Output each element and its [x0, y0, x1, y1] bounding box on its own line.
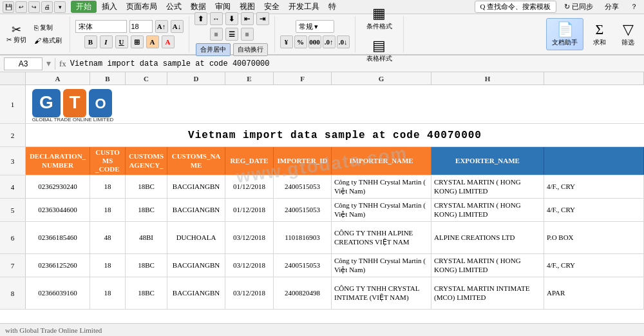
kaishi-menu[interactable]: 开始 [71, 1, 97, 13]
print-icon[interactable]: 🖨 [41, 1, 53, 13]
font-decrease-btn[interactable]: A↓ [171, 20, 184, 33]
cell-name-6[interactable]: DUCHOALA [167, 222, 225, 253]
cell-extra-4[interactable]: 4/F., CRY [544, 175, 644, 198]
cell-name-4[interactable]: BACGIANGBN [167, 175, 225, 198]
share-btn[interactable]: 分享 [601, 1, 623, 13]
cell-name-7[interactable]: BACGIANGBN [167, 254, 225, 277]
search-command[interactable]: Q 查找命令、搜索模板 [475, 1, 557, 13]
border-button[interactable]: ⊞ [131, 35, 144, 48]
align-center-btn[interactable]: ☰ [225, 28, 238, 41]
cell-decl-5[interactable]: 02363044600 [26, 199, 90, 221]
cell-extra-7[interactable]: 4/F., CRY [544, 254, 644, 277]
cell-impid-6[interactable]: 1101816903 [274, 222, 332, 253]
cell-impname-5[interactable]: Công ty TNHH Crystal Martin ( Việt Nam) [332, 199, 431, 221]
help-icon[interactable]: ？ [627, 1, 641, 13]
cell-impname-8[interactable]: CÔNG TY TNHH CRYSTAL INTIMATE (VIỆT NAM) [332, 277, 431, 309]
cell-code-7[interactable]: 18 [90, 254, 126, 277]
cell-decl-4[interactable]: 02362930240 [26, 175, 90, 198]
cell-extra-6[interactable]: P.O BOX [544, 222, 644, 253]
decimal-increase-btn[interactable]: .0↑ [323, 35, 336, 48]
align-middle-btn[interactable]: ↔ [210, 12, 223, 25]
copy-button[interactable]: ⎘ 复制 [32, 22, 64, 34]
font-size-input[interactable] [129, 20, 153, 33]
merge-button[interactable]: 合并居中 [196, 43, 231, 56]
cell-date-7[interactable]: 03/12/2018 [225, 254, 274, 277]
decimal-decrease-btn[interactable]: .0↓ [337, 35, 350, 48]
number-format-dropdown[interactable]: 常规 ▾ [296, 20, 334, 33]
devtools-menu[interactable]: 开发工具 [285, 0, 323, 14]
align-top-btn[interactable]: ⬆ [194, 12, 207, 25]
cell-reference-input[interactable] [4, 57, 43, 70]
cell-impid-8[interactable]: 2400820498 [274, 277, 332, 309]
align-bottom-btn[interactable]: ⬇ [225, 12, 238, 25]
cell-agency-5[interactable]: 18BC [126, 199, 167, 221]
pagelayout-menu[interactable]: 页面布局 [122, 0, 161, 14]
cell-extra-8[interactable]: APAR [544, 277, 644, 309]
cond-format-button[interactable]: ▦ 条件格式 [361, 2, 398, 34]
cell-date-4[interactable]: 01/12/2018 [225, 175, 274, 198]
format-copy-button[interactable]: 🖌 格式刷 [32, 35, 64, 46]
cell-code-8[interactable]: 18 [90, 277, 126, 309]
cell-code-6[interactable]: 48 [90, 222, 126, 253]
cell-agency-4[interactable]: 18BC [126, 175, 167, 198]
cell-code-5[interactable]: 18 [90, 199, 126, 221]
cell-decl-6[interactable]: 02366185460 [26, 222, 90, 253]
font-name-input[interactable] [75, 20, 127, 33]
cell-expname-7[interactable]: CRYSTAL MARTIN ( HONG KONG) LIMITED [431, 254, 544, 277]
cell-date-5[interactable]: 01/12/2018 [225, 199, 274, 221]
thousands-btn[interactable]: 000 [308, 35, 321, 48]
save-icon[interactable]: 💾 [3, 1, 14, 13]
view-menu[interactable]: 视图 [236, 0, 259, 14]
cell-name-8[interactable]: BACGIANGBN [167, 277, 225, 309]
cell-date-6[interactable]: 03/12/2018 [225, 222, 274, 253]
security-menu[interactable]: 安全 [260, 0, 283, 14]
align-left-btn[interactable]: ≡ [210, 28, 223, 41]
indent-decrease-btn[interactable]: ⇤ [241, 12, 254, 25]
filter-button[interactable]: ▽ 筛选 [616, 18, 640, 50]
menu-extra[interactable]: ▾ [54, 1, 66, 13]
italic-button[interactable]: I [100, 35, 113, 48]
cell-A2-title[interactable]: Vietnam import data sample at code 40070… [26, 124, 644, 146]
cell-expname-4[interactable]: CRYSTAL MARTIN ( HONG KONG) LIMITED [431, 175, 544, 198]
cell-agency-6[interactable]: 48BI [126, 222, 167, 253]
cell-A1[interactable]: G T O GLOBAL TRADE ONLINE LIMITED [26, 85, 316, 123]
cell-date-8[interactable]: 03/12/2018 [225, 277, 274, 309]
special-menu[interactable]: 特 [325, 0, 340, 14]
cell-name-5[interactable]: BACGIANGBN [167, 199, 225, 221]
currency-btn[interactable]: ¥ [280, 35, 293, 48]
underline-button[interactable]: U [115, 35, 128, 48]
font-increase-btn[interactable]: A↑ [155, 20, 168, 33]
cell-impname-6[interactable]: CÔNG TY TNHH ALPINE CREATIONS VIỆT NAM [332, 222, 431, 253]
bold-button[interactable]: B [84, 35, 97, 48]
sum-button[interactable]: Σ 求和 [587, 18, 612, 50]
wrap-button[interactable]: 自动换行 [233, 43, 268, 56]
doc-assist-button[interactable]: 📄 文档助手 [546, 18, 583, 50]
percent-btn[interactable]: % [294, 35, 307, 48]
cell-impname-4[interactable]: Công ty TNHH Crystal Martin ( Việt Nam) [332, 175, 431, 198]
cell-expname-8[interactable]: CRYSTAL MARTIN INTIMATE (MCO) LIMITED [431, 277, 544, 309]
sync-icon[interactable]: ↻ 已同步 [560, 1, 597, 13]
cell-agency-8[interactable]: 18BC [126, 277, 167, 309]
cell-impname-7[interactable]: Công ty TNHH Crystal Martin ( Việt Nam) [332, 254, 431, 277]
cell-agency-7[interactable]: 18BC [126, 254, 167, 277]
cell-expname-5[interactable]: CRYSTAL MARTIN ( HONG KONG) LIMITED [431, 199, 544, 221]
cell-decl-7[interactable]: 02366125260 [26, 254, 90, 277]
redo-icon[interactable]: ↪ [28, 1, 40, 13]
align-right-btn[interactable]: ≡ [241, 28, 254, 41]
cell-decl-8[interactable]: 02366039160 [26, 277, 90, 309]
cut-button[interactable]: ✂ ✂ 剪切 [4, 23, 29, 46]
font-color-button[interactable]: A [162, 35, 175, 48]
cell-impid-7[interactable]: 2400515053 [274, 254, 332, 277]
cell-expname-6[interactable]: ALPINE CREATIONS LTD [431, 222, 544, 253]
cell-code-4[interactable]: 18 [90, 175, 126, 198]
formula-menu[interactable]: 公式 [162, 0, 185, 14]
undo-icon[interactable]: ↩ [15, 1, 27, 13]
cell-impid-4[interactable]: 2400515053 [274, 175, 332, 198]
insert-menu[interactable]: 插入 [98, 0, 121, 14]
fill-color-button[interactable]: A [146, 35, 159, 48]
data-menu[interactable]: 数据 [187, 0, 210, 14]
review-menu[interactable]: 审阅 [211, 0, 234, 14]
indent-increase-btn[interactable]: ⇥ [256, 12, 269, 25]
cell-extra-5[interactable]: 4/F., CRY [544, 199, 644, 221]
cell-impid-5[interactable]: 2400515053 [274, 199, 332, 221]
